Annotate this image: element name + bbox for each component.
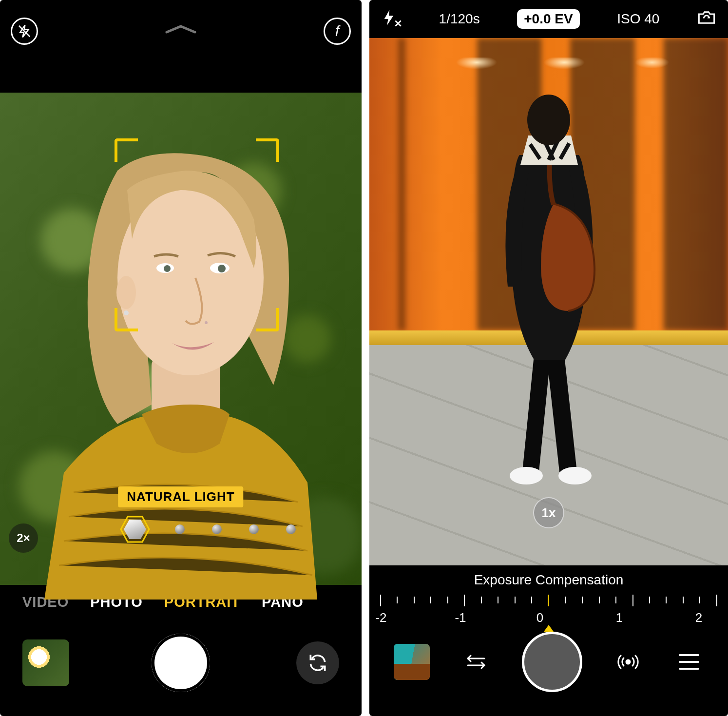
viewfinder[interactable]: 1x (369, 38, 728, 565)
lighting-option-dot[interactable] (212, 524, 222, 534)
flash-off-icon[interactable] (381, 9, 402, 29)
camera-flip-icon[interactable] (697, 9, 716, 29)
scale-numbers: -2 -1 0 1 2 (380, 610, 717, 625)
live-icon[interactable] (613, 647, 643, 677)
svg-point-19 (527, 95, 570, 145)
shutter-button[interactable] (152, 634, 210, 692)
shutter-speed-value[interactable]: 1/120s (439, 11, 480, 27)
viewfinder[interactable]: NATURAL LIGHT 2× (0, 93, 362, 585)
ios-camera-app: f (0, 0, 362, 716)
exposure-scale[interactable]: -2 -1 0 1 2 (369, 595, 728, 629)
svg-point-22 (626, 660, 630, 664)
bottom-controls (369, 628, 728, 696)
bottom-controls (0, 619, 362, 712)
lighting-option-natural[interactable] (122, 517, 148, 542)
portrait-lighting-picker[interactable] (0, 517, 362, 542)
shutter-button[interactable] (522, 632, 582, 692)
lighting-option-dot[interactable] (286, 524, 296, 534)
swap-arrows-icon[interactable] (461, 647, 491, 677)
face-detection-frame (115, 138, 279, 331)
lighting-option-dot[interactable] (249, 524, 259, 534)
flash-off-button[interactable] (11, 18, 38, 45)
lighting-option-dot[interactable] (175, 524, 185, 534)
lighting-mode-badge: NATURAL LIGHT (118, 486, 243, 507)
menu-button[interactable] (674, 647, 704, 677)
top-bar: f (0, 0, 362, 93)
iso-value[interactable]: ISO 40 (617, 11, 659, 27)
pro-camera-app: 1/120s +0.0 EV ISO 40 (369, 0, 728, 716)
aperture-button[interactable]: f (324, 18, 351, 45)
top-readout-bar: 1/120s +0.0 EV ISO 40 (369, 0, 728, 38)
ev-value-pill[interactable]: +0.0 EV (517, 9, 579, 29)
svg-point-14 (558, 467, 592, 484)
svg-marker-10 (121, 517, 149, 542)
subject-preview (476, 82, 622, 493)
hamburger-icon (679, 654, 699, 670)
chevron-up-icon[interactable] (164, 23, 198, 34)
svg-point-13 (510, 467, 543, 484)
exposure-compensation-label: Exposure Compensation (369, 572, 728, 588)
f-stop-icon: f (335, 23, 339, 39)
bottom-panel: Exposure Compensation -2 -1 0 1 2 (369, 565, 728, 712)
last-photo-thumbnail[interactable] (394, 644, 430, 680)
scale-ticks (380, 595, 717, 607)
zoom-level-button[interactable]: 1x (533, 497, 564, 528)
camera-flip-button[interactable] (296, 641, 339, 684)
last-photo-thumbnail[interactable] (22, 639, 69, 686)
